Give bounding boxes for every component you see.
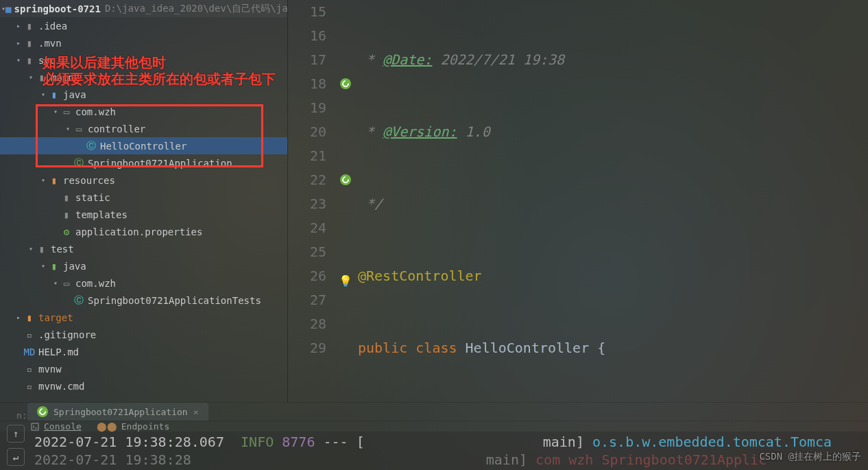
tab-console[interactable]: Console [30, 421, 82, 432]
intention-bulb-icon[interactable]: 💡 [339, 269, 352, 293]
package-icon: ▭ [73, 124, 85, 134]
tree-row-resources[interactable]: ▾▮resources [0, 172, 287, 189]
tree-row-test-pkg[interactable]: ▾▭com.wzh [0, 274, 287, 292]
tree-label: mvnw.cmd [38, 381, 84, 392]
tree-row-pkg-controller[interactable]: ▾▭controller [0, 120, 287, 137]
project-root-row[interactable]: ▾ ▦ springboot-0721 D:\java_idea_2020\de… [0, 0, 287, 17]
folder-icon: ▮ [23, 55, 36, 66]
tree-row-mvnw[interactable]: •▫mvnw [0, 360, 287, 377]
resources-folder-icon: ▮ [48, 175, 60, 186]
line-number[interactable]: 20 [288, 120, 326, 144]
line-number[interactable]: 29 [288, 336, 326, 360]
chevron-down-icon[interactable]: ▾ [51, 279, 60, 287]
tree-row-target[interactable]: ▸▮target [0, 309, 287, 326]
folder-icon: ▮ [60, 209, 73, 220]
console-output[interactable]: 2022-07-21 19:38:28.067 INFO 8776 --- [m… [0, 432, 868, 470]
chevron-down-icon[interactable]: ▾ [38, 176, 48, 184]
line-number[interactable]: 21 [288, 144, 326, 168]
line-number[interactable]: 19 [288, 96, 326, 120]
line-number[interactable]: 18 [288, 72, 326, 96]
console-toolbar: ↑ ↵ [4, 425, 27, 466]
chevron-down-icon[interactable]: ▾ [38, 91, 48, 98]
chevron-down-icon[interactable]: ▾ [38, 262, 48, 270]
tree-row-test-class[interactable]: •ⒸSpringboot0721ApplicationTests [0, 292, 287, 309]
tree-row-class-hello[interactable]: •ⒸHelloController [0, 137, 287, 154]
package-icon: ▭ [60, 106, 73, 117]
tree-row-src[interactable]: ▾▮src [0, 51, 287, 69]
line-number[interactable]: 23 [288, 192, 326, 216]
tree-label: static [75, 192, 110, 203]
gutter-icons: 💡 [339, 0, 358, 402]
chevron-down-icon[interactable]: ▾ [14, 56, 23, 64]
chevron-down-icon[interactable]: ▾ [26, 245, 36, 252]
tree-label: resources [63, 175, 115, 186]
module-icon: ▦ [5, 3, 11, 14]
line-number[interactable]: 17 [288, 48, 326, 72]
folder-icon: ▮ [36, 244, 48, 255]
tree-label: test [51, 244, 74, 255]
scroll-up-button[interactable]: ↑ [7, 425, 25, 443]
tree-row-pkg-comwzh[interactable]: ▾▭com.wzh [0, 103, 287, 120]
chevron-down-icon[interactable]: ▾ [63, 125, 73, 132]
chevron-down-icon[interactable]: ▾ [26, 73, 36, 81]
chevron-down-icon[interactable]: ▾ [51, 108, 60, 115]
line-number[interactable]: 22 [288, 168, 326, 192]
chevron-right-icon[interactable]: ▸ [14, 39, 23, 47]
tree-row-class-app[interactable]: •ⒸSpringboot0721Application [0, 154, 287, 172]
line-number[interactable]: 28 [288, 312, 326, 336]
close-icon[interactable]: × [193, 407, 199, 417]
tree-label: Springboot0721Application [88, 158, 232, 169]
tree-row-gitignore[interactable]: •▫.gitignore [0, 326, 287, 343]
source-folder-icon: ▮ [48, 89, 60, 100]
code-area[interactable]: * @Date: 2022/7/21 19:38 * @Version: 1.0… [358, 0, 868, 402]
tab-endpoints[interactable]: ⬤⬤Endpoints [97, 421, 169, 432]
tree-row-test-java[interactable]: ▾▮java [0, 257, 287, 274]
soft-wrap-button[interactable]: ↵ [7, 448, 25, 466]
folder-icon: ▮ [60, 192, 73, 203]
run-tool-tabs: Console ⬤⬤Endpoints [0, 421, 868, 432]
tree-label: templates [75, 209, 128, 220]
tree-row-templates[interactable]: •▮templates [0, 206, 287, 223]
project-name: springboot-0721 [14, 3, 100, 14]
tree-row-test[interactable]: ▾▮test [0, 240, 287, 257]
tree-label: mvnw [38, 364, 62, 375]
line-number[interactable]: 16 [288, 24, 326, 48]
markdown-icon: MD [23, 346, 36, 357]
spring-bean-icon[interactable] [340, 78, 351, 89]
line-number[interactable]: 24 [288, 216, 326, 240]
tree-label: .gitignore [38, 329, 96, 340]
tree-label: target [38, 312, 73, 323]
tree-row-idea[interactable]: ▸▮.idea [0, 17, 287, 34]
tree-row-mvn[interactable]: ▸▮.mvn [0, 34, 287, 51]
tree-label: HelloController [100, 141, 186, 152]
line-number[interactable]: 26 [288, 264, 326, 288]
run-config-tab[interactable]: Springboot0721Application × [27, 403, 208, 421]
code-editor[interactable]: 15 16 17 18 19 20 21 22 23 24 25 26 27 2… [288, 0, 868, 402]
tree-label: java [63, 89, 86, 100]
spring-class-icon: Ⓒ [73, 157, 85, 169]
tree-label: Springboot0721ApplicationTests [88, 295, 261, 306]
tree-label: com.wzh [75, 106, 116, 117]
chevron-right-icon[interactable]: ▸ [14, 314, 23, 321]
tree-row-appprops[interactable]: •⚙application.properties [0, 223, 287, 240]
tree-label: java [63, 261, 86, 272]
test-folder-icon: ▮ [48, 261, 60, 272]
tree-row-mvnwcmd[interactable]: •▫mvnw.cmd [0, 377, 287, 395]
line-number[interactable]: 25 [288, 240, 326, 264]
line-number[interactable]: 15 [288, 0, 326, 24]
project-tree[interactable]: ▾ ▦ springboot-0721 D:\java_idea_2020\de… [0, 0, 288, 402]
tree-label: .mvn [38, 38, 62, 49]
spring-run-icon [37, 406, 48, 417]
console-line: 2022-07-21 19:38:28main] com wzh Springb… [34, 451, 868, 469]
properties-icon: ⚙ [60, 226, 73, 237]
tree-row-static[interactable]: •▮static [0, 189, 287, 206]
line-number[interactable]: 27 [288, 288, 326, 312]
tree-row-java[interactable]: ▾▮java [0, 86, 287, 103]
spring-bean-icon[interactable] [340, 174, 351, 185]
folder-icon: ▮ [23, 38, 36, 49]
tree-row-main[interactable]: ▾▮main [0, 69, 287, 86]
chevron-right-icon[interactable]: ▸ [14, 22, 23, 30]
tree-row-helpmd[interactable]: •MDHELP.md [0, 343, 287, 360]
class-icon: Ⓒ [85, 140, 97, 152]
console-icon [30, 422, 40, 432]
